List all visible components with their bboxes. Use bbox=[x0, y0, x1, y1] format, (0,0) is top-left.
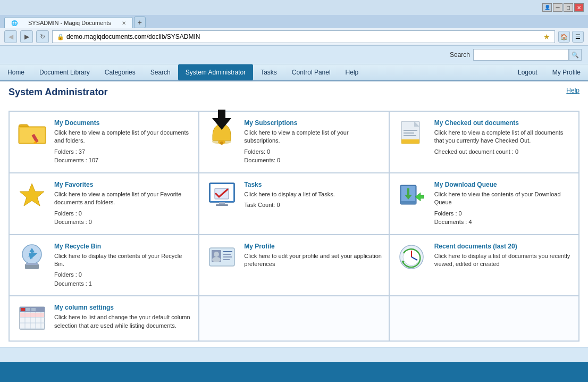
tab-bar: 🌐 SYSADMIN - Magiq Documents ✕ + bbox=[0, 15, 588, 28]
cell-my-download-queue[interactable]: My Download Queue Click here to view the… bbox=[389, 173, 579, 235]
cell-content-my-documents: My Documents Click here to view a comple… bbox=[54, 119, 192, 165]
svg-marker-13 bbox=[20, 184, 44, 206]
svg-rect-25 bbox=[26, 263, 38, 265]
cell-my-subscriptions[interactable]: My Subscriptions Click here to view a co… bbox=[199, 111, 389, 173]
cell-icon-recent-documents bbox=[396, 243, 428, 272]
cell-meta-my-favorites: Folders : 0 Documents : 0 bbox=[54, 209, 192, 227]
address-bar-row: ◀ ▶ ↻ 🔒 ★ 🏠 ☰ bbox=[0, 28, 588, 46]
cell-title-recent-documents[interactable]: Recent documents (last 20) bbox=[434, 243, 572, 250]
svg-rect-31 bbox=[223, 254, 231, 255]
svg-rect-18 bbox=[216, 204, 228, 206]
svg-point-7 bbox=[220, 142, 223, 145]
svg-rect-9 bbox=[404, 130, 417, 131]
bookmark-icon[interactable]: ★ bbox=[543, 32, 550, 41]
menu-button[interactable]: ☰ bbox=[572, 31, 584, 43]
svg-rect-11 bbox=[404, 135, 416, 136]
nav-item-my-profile[interactable]: My Profile bbox=[545, 64, 588, 80]
cell-content-my-subscriptions: My Subscriptions Click here to view a co… bbox=[244, 119, 382, 165]
cell-title-my-documents[interactable]: My Documents bbox=[54, 119, 192, 127]
cell-content-my-column-settings: My column settings Click here to list an… bbox=[54, 304, 192, 332]
cell-content-my-download-queue: My Download Queue Click here to view the… bbox=[434, 181, 572, 227]
cell-my-documents[interactable]: My Documents Click here to view a comple… bbox=[9, 111, 199, 173]
svg-rect-33 bbox=[223, 259, 230, 260]
cell-icon-my-subscriptions bbox=[206, 119, 238, 148]
search-bar-row: Search 🔍 bbox=[0, 46, 588, 64]
cell-meta-my-recycle-bin: Folders : 0 Documents : 1 bbox=[54, 270, 192, 288]
cell-content-tasks: Tasks Click here to display a list of Ta… bbox=[244, 181, 382, 210]
nav-menu: Home Document Library Categories Search … bbox=[0, 64, 588, 81]
cell-meta-my-subscriptions: Folders: 0 Documents: 0 bbox=[244, 147, 382, 165]
nav-item-logout[interactable]: Logout bbox=[510, 64, 545, 80]
cell-my-column-settings[interactable]: My column settings Click here to list an… bbox=[9, 296, 199, 341]
minimize-button[interactable]: ─ bbox=[553, 3, 562, 12]
svg-rect-32 bbox=[223, 256, 232, 258]
window-controls: 👤 ─ □ ✕ bbox=[542, 3, 584, 12]
lock-icon: 🔒 bbox=[57, 34, 64, 40]
cell-desc-my-profile: Click here to edit your profile and set … bbox=[244, 252, 382, 269]
nav-item-help[interactable]: Help bbox=[338, 64, 366, 80]
cell-meta-my-download-queue: Folders : 0 Documents : 4 bbox=[434, 209, 572, 227]
cell-desc-my-recycle-bin: Click here to display the contents of yo… bbox=[54, 252, 192, 269]
url-input[interactable] bbox=[66, 33, 541, 40]
tab-close-button[interactable]: ✕ bbox=[122, 20, 126, 26]
svg-rect-43 bbox=[31, 308, 36, 311]
cell-desc-my-column-settings: Click here to list and change the your d… bbox=[54, 313, 192, 330]
nav-item-tasks[interactable]: Tasks bbox=[253, 64, 284, 80]
help-link-top[interactable]: Help bbox=[566, 87, 579, 94]
forward-button[interactable]: ▶ bbox=[20, 30, 33, 43]
search-go-button[interactable]: 🔍 bbox=[569, 49, 582, 61]
cell-my-checked-out[interactable]: My Checked out documents Click here to v… bbox=[389, 111, 579, 173]
cell-my-favorites[interactable]: My Favorites Click here to view a comple… bbox=[9, 173, 199, 235]
cell-title-my-profile[interactable]: My Profile bbox=[244, 243, 382, 250]
svg-rect-51 bbox=[20, 313, 44, 317]
cell-tasks[interactable]: Tasks Click here to display a list of Ta… bbox=[199, 173, 389, 235]
close-button[interactable]: ✕ bbox=[574, 3, 584, 12]
svg-point-29 bbox=[212, 257, 221, 262]
cell-empty-1 bbox=[199, 296, 389, 341]
cell-my-profile[interactable]: My Profile Click here to edit your profi… bbox=[199, 235, 389, 296]
refresh-button[interactable]: ↻ bbox=[36, 30, 49, 43]
cell-title-my-subscriptions[interactable]: My Subscriptions bbox=[244, 119, 382, 127]
svg-rect-12 bbox=[401, 139, 419, 144]
nav-item-document-library[interactable]: Document Library bbox=[32, 64, 97, 80]
cell-content-my-profile: My Profile Click here to edit your profi… bbox=[244, 243, 382, 271]
cell-title-my-checked-out[interactable]: My Checked out documents bbox=[434, 119, 572, 127]
cell-icon-my-documents bbox=[16, 119, 48, 146]
new-tab-button[interactable]: + bbox=[134, 16, 146, 28]
svg-rect-10 bbox=[404, 132, 414, 134]
cell-icon-my-column-settings bbox=[16, 304, 48, 333]
cell-title-my-download-queue[interactable]: My Download Queue bbox=[434, 181, 572, 188]
cell-icon-my-profile bbox=[206, 243, 238, 272]
nav-item-control-panel[interactable]: Control Panel bbox=[284, 64, 338, 80]
nav-item-search[interactable]: Search bbox=[143, 64, 178, 80]
cell-title-my-favorites[interactable]: My Favorites bbox=[54, 181, 192, 188]
address-bar[interactable]: 🔒 ★ bbox=[52, 30, 555, 43]
cell-title-tasks[interactable]: Tasks bbox=[244, 181, 382, 188]
tab-title: SYSADMIN - Magiq Documents bbox=[28, 20, 111, 26]
active-tab[interactable]: 🌐 SYSADMIN - Magiq Documents ✕ bbox=[4, 17, 133, 28]
cell-desc-my-favorites: Click here to view a complete list of yo… bbox=[54, 190, 192, 207]
cell-meta-my-checked-out: Checked out document count : 0 bbox=[434, 147, 572, 156]
search-input[interactable] bbox=[473, 49, 569, 61]
main-content: System Administrator Help bbox=[0, 81, 588, 347]
title-bar: 👤 ─ □ ✕ bbox=[0, 0, 588, 15]
back-button[interactable]: ◀ bbox=[4, 30, 17, 43]
svg-rect-42 bbox=[26, 308, 30, 311]
browser-menu-icons: 🏠 ☰ bbox=[558, 31, 584, 43]
search-label: Search bbox=[450, 51, 470, 59]
bottom-strip bbox=[0, 347, 588, 362]
nav-item-home[interactable]: Home bbox=[0, 64, 32, 80]
cell-title-my-column-settings[interactable]: My column settings bbox=[54, 304, 192, 311]
cell-recent-documents[interactable]: Recent documents (last 20) Click here to… bbox=[389, 235, 579, 296]
cell-meta-tasks: Task Count: 0 bbox=[244, 201, 382, 210]
cell-icon-my-favorites bbox=[16, 181, 48, 210]
page-title: System Administrator bbox=[9, 87, 107, 98]
cell-title-my-recycle-bin[interactable]: My Recycle Bin bbox=[54, 243, 192, 250]
maximize-button[interactable]: □ bbox=[564, 3, 573, 12]
user-icon-btn: 👤 bbox=[542, 3, 552, 12]
nav-item-system-administrator[interactable]: System Administrator bbox=[178, 64, 253, 80]
cell-my-recycle-bin[interactable]: My Recycle Bin Click here to display the… bbox=[9, 235, 199, 296]
cell-icon-my-checked-out bbox=[396, 119, 428, 148]
nav-item-categories[interactable]: Categories bbox=[97, 64, 143, 80]
home-browser-button[interactable]: 🏠 bbox=[558, 31, 570, 43]
